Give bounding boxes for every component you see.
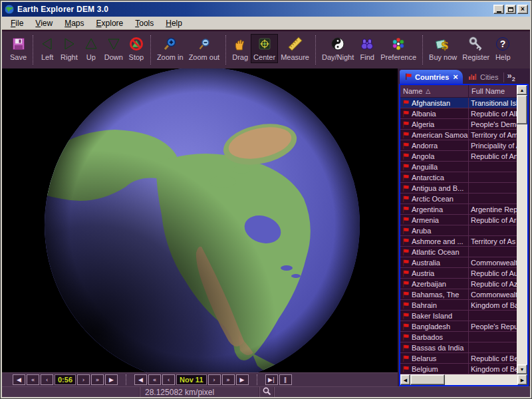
toolbar-save-button[interactable]: Save xyxy=(7,34,29,63)
toolbar-left-label: Left xyxy=(41,53,53,61)
cell-full-name: Republic of Arm xyxy=(469,215,517,225)
table-row[interactable]: AngolaRepublic of Ang xyxy=(400,151,517,162)
table-row[interactable]: BelgiumKingdom of Bel xyxy=(400,364,517,374)
right-arrow-icon xyxy=(61,36,77,52)
toolbar-buy-now-button[interactable]: $Buy now xyxy=(426,34,460,63)
table-row[interactable]: Aruba xyxy=(400,225,517,236)
table-row[interactable]: BelarusRepublic of Bela xyxy=(400,353,517,364)
horizontal-scrollbar[interactable]: ◀ ▶ xyxy=(400,374,527,385)
table-row[interactable]: Arctic Ocean xyxy=(400,194,517,204)
table-row[interactable]: Anguilla xyxy=(400,162,517,172)
table-row[interactable]: AlbaniaRepublic of Alb xyxy=(400,108,517,119)
time-forward-button[interactable]: › xyxy=(77,374,90,385)
table-body: AfghanistanTransitional IslaAlbaniaRepub… xyxy=(400,98,517,374)
time-fast-forward-button[interactable]: ▶ xyxy=(105,374,118,385)
table-row[interactable]: AustriaRepublic of Aus xyxy=(400,268,517,279)
toolbar-day-night-button[interactable]: Day/Night xyxy=(319,34,356,63)
date-page-back-button[interactable]: « xyxy=(148,374,161,385)
table-row[interactable]: Antigua and B... xyxy=(400,183,517,194)
table-row[interactable]: Barbados xyxy=(400,332,517,342)
table-row[interactable]: Ashmore and ...Territory of As xyxy=(400,236,517,247)
cell-country-name: Arctic Ocean xyxy=(400,194,469,203)
status-empty-section xyxy=(2,387,139,397)
toolbar-help-button[interactable]: ?Help xyxy=(492,34,513,63)
time-page-forward-button[interactable]: » xyxy=(91,374,104,385)
table-row[interactable]: AfghanistanTransitional Isla xyxy=(400,98,517,108)
scroll-down-button[interactable]: ▼ xyxy=(517,364,527,374)
column-header-name[interactable]: Name △ xyxy=(400,85,469,98)
column-header-full-name[interactable]: Full Name xyxy=(469,85,517,98)
flag-icon xyxy=(402,174,410,182)
toolbar-down-button[interactable]: Down xyxy=(102,34,126,63)
statusbar: 28.125082 km/pixel xyxy=(2,386,530,397)
toolbar-center-button[interactable]: Center xyxy=(251,34,278,63)
tab-cities[interactable]: Cities xyxy=(463,70,504,84)
menu-view[interactable]: View xyxy=(29,17,59,29)
time-fast-back-button[interactable]: ◀ xyxy=(13,374,25,385)
close-button[interactable]: × xyxy=(517,5,528,14)
flag-icon xyxy=(402,365,410,373)
table-row[interactable]: BangladeshPeople's Repub xyxy=(400,321,517,332)
globe-view[interactable] xyxy=(2,68,398,372)
sort-ascending-icon: △ xyxy=(426,88,430,94)
toolbar-drag-button[interactable]: Drag xyxy=(229,34,251,63)
minimize-button[interactable] xyxy=(493,5,504,14)
toolbar-stop-button[interactable]: Stop xyxy=(126,34,147,63)
table-row[interactable]: Bahamas, TheCommonwealth xyxy=(400,289,517,300)
date-forward-button[interactable]: › xyxy=(208,374,221,385)
table-row[interactable]: Antarctica xyxy=(400,172,517,183)
menu-tools[interactable]: Tools xyxy=(129,17,160,29)
menu-help[interactable]: Help xyxy=(160,17,188,29)
time-back-button[interactable]: ‹ xyxy=(41,374,53,385)
flag-icon xyxy=(402,142,410,150)
table-row[interactable]: AlgeriaPeople's Democ xyxy=(400,119,517,130)
vertical-scroll-thumb[interactable] xyxy=(517,95,527,124)
toolbar-separator xyxy=(422,35,423,65)
scroll-up-button[interactable]: ▲ xyxy=(517,85,527,95)
cell-country-name: Austria xyxy=(400,268,469,278)
menu-maps[interactable]: Maps xyxy=(59,17,90,29)
pause-button[interactable]: ‖ xyxy=(279,374,292,385)
table-row[interactable]: AndorraPrincipality of A xyxy=(400,140,517,151)
date-fast-back-button[interactable]: ◀ xyxy=(134,374,147,385)
toolbar-find-button[interactable]: Find xyxy=(356,34,378,63)
date-fast-forward-button[interactable]: ▶ xyxy=(236,374,249,385)
table-row[interactable]: ArmeniaRepublic of Arm xyxy=(400,215,517,225)
table-row[interactable]: AustraliaCommonwealth xyxy=(400,257,517,268)
scroll-right-button[interactable]: ▶ xyxy=(517,374,527,385)
toolbar-right-button[interactable]: Right xyxy=(58,34,80,63)
toolbar-measure-button[interactable]: Measure xyxy=(278,34,312,63)
maximize-button[interactable] xyxy=(505,5,516,14)
menu-explore[interactable]: Explore xyxy=(90,17,130,29)
more-tabs-button[interactable]: »2 xyxy=(504,70,519,84)
table-row[interactable]: BahrainKingdom of Bah xyxy=(400,300,517,311)
date-page-forward-button[interactable]: » xyxy=(222,374,235,385)
vertical-scrollbar[interactable]: ▲ ▼ xyxy=(517,85,527,374)
cell-full-name: Territory of As xyxy=(469,236,517,246)
cell-full-name xyxy=(469,194,517,203)
time-page-back-button[interactable]: « xyxy=(27,374,39,385)
table-row[interactable]: American SamoaTerritory of Am xyxy=(400,130,517,140)
cell-country-name: Barbados xyxy=(400,332,469,342)
toolbar-up-button[interactable]: Up xyxy=(80,34,102,63)
tab-countries[interactable]: Countries × xyxy=(400,70,463,84)
table-row[interactable]: Atlantic Ocean xyxy=(400,247,517,257)
toolbar-zoom-out-button[interactable]: Zoom out xyxy=(186,34,222,63)
toolbar-register-button[interactable]: Register xyxy=(460,34,492,63)
horizontal-scroll-thumb[interactable] xyxy=(410,374,445,385)
table-row[interactable]: AzerbaijanRepublic of Aze xyxy=(400,279,517,289)
toolbar-zoom-in-button[interactable]: Zoom in xyxy=(154,34,186,63)
cell-country-name: Algeria xyxy=(400,119,469,129)
toolbar-preference-button[interactable]: Preference xyxy=(378,34,419,63)
scroll-left-button[interactable]: ◀ xyxy=(400,374,410,385)
table-row[interactable]: ArgentinaArgentine Repu xyxy=(400,204,517,215)
toolbar-left-button[interactable]: Left xyxy=(37,34,58,63)
play-button[interactable]: ▶| xyxy=(265,374,278,385)
status-zoom-section[interactable] xyxy=(259,387,273,397)
menu-file[interactable]: File xyxy=(5,17,29,29)
cell-full-name: Republic of Ang xyxy=(469,151,517,161)
table-row[interactable]: Baker Island xyxy=(400,311,517,321)
date-back-button[interactable]: ‹ xyxy=(162,374,175,385)
table-row[interactable]: Bassas da India xyxy=(400,342,517,353)
tab-close-icon[interactable]: × xyxy=(453,72,458,81)
